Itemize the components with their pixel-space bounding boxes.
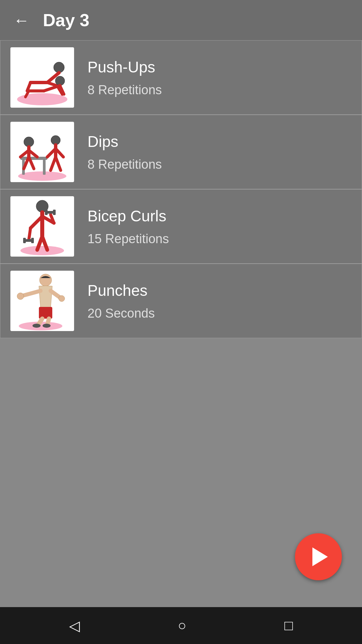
empty-area: [0, 473, 362, 607]
exercise-info-bicep: Bicep Curls 15 Repetitions: [87, 207, 169, 246]
exercise-item-bicep[interactable]: Bicep Curls 15 Repetitions: [0, 189, 362, 264]
exercise-detail-bicep: 15 Repetitions: [87, 232, 169, 246]
exercise-detail-dips: 8 Repetitions: [87, 157, 162, 172]
svg-point-47: [17, 293, 24, 300]
nav-recents-button[interactable]: □: [284, 618, 293, 634]
svg-rect-45: [39, 307, 52, 319]
nav-back-button[interactable]: ◁: [69, 618, 80, 634]
exercise-image-bicep: [10, 196, 74, 257]
svg-line-32: [29, 228, 31, 240]
header: ← Day 3: [0, 0, 362, 40]
exercise-info-dips: Dips 8 Repetitions: [87, 132, 162, 172]
exercise-item-punches[interactable]: Punches 20 Seconds: [0, 264, 362, 338]
play-icon: [312, 547, 328, 566]
page-title: Day 3: [43, 10, 89, 30]
svg-point-49: [59, 296, 65, 302]
exercise-info-punches: Punches 20 Seconds: [87, 281, 155, 321]
svg-line-48: [51, 291, 60, 298]
svg-point-52: [33, 324, 41, 328]
svg-rect-34: [23, 238, 26, 243]
exercise-image-dips: [10, 122, 74, 182]
exercise-name-bicep: Bicep Curls: [87, 207, 169, 225]
exercise-detail-pushups: 8 Repetitions: [87, 83, 162, 97]
play-button[interactable]: [295, 533, 342, 580]
exercise-item-dips[interactable]: Dips 8 Repetitions: [0, 115, 362, 189]
back-button[interactable]: ←: [13, 11, 29, 30]
nav-home-button[interactable]: ○: [178, 618, 186, 634]
svg-rect-15: [43, 160, 46, 175]
nav-bar: ◁ ○ □: [0, 607, 362, 644]
exercise-item-pushups[interactable]: Push-Ups 8 Repetitions: [0, 40, 362, 115]
svg-rect-40: [53, 210, 56, 215]
svg-line-46: [22, 291, 41, 296]
exercise-name-pushups: Push-Ups: [87, 58, 162, 76]
exercise-image-pushups: [10, 47, 74, 108]
exercise-name-dips: Dips: [87, 132, 162, 151]
svg-rect-39: [45, 210, 48, 215]
svg-point-12: [18, 171, 66, 181]
svg-line-27: [56, 157, 61, 170]
exercise-info-pushups: Push-Ups 8 Repetitions: [87, 58, 162, 97]
exercise-detail-punches: 20 Seconds: [87, 306, 155, 321]
exercise-list: Push-Ups 8 Repetitions: [0, 40, 362, 473]
exercise-name-punches: Punches: [87, 281, 155, 300]
svg-point-28: [20, 246, 64, 255]
svg-point-53: [43, 324, 51, 328]
svg-point-44: [40, 274, 52, 286]
svg-rect-35: [31, 238, 34, 243]
exercise-image-punches: [10, 271, 74, 331]
svg-point-0: [17, 93, 67, 105]
svg-rect-13: [20, 157, 47, 160]
